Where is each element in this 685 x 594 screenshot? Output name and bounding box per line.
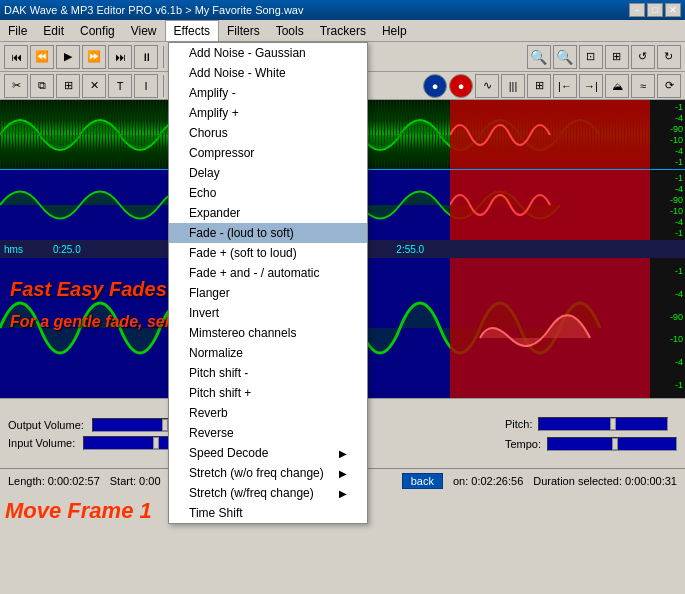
window-controls: − □ ✕	[629, 3, 681, 17]
minimize-button[interactable]: −	[629, 3, 645, 17]
text-button[interactable]: T	[108, 74, 132, 98]
zoom-in-button[interactable]: 🔍	[527, 45, 551, 69]
snap-button[interactable]: →|	[579, 74, 603, 98]
start-status: Start: 0:00	[110, 475, 161, 487]
effect-time-shift[interactable]: Time Shift	[169, 503, 367, 523]
fast-forward-button[interactable]: ⏩	[82, 45, 106, 69]
effect-fade-plus[interactable]: Fade + (soft to loud)	[169, 243, 367, 263]
effect-compressor[interactable]: Compressor	[169, 143, 367, 163]
skip-end-button[interactable]: ⏭	[108, 45, 132, 69]
tempo-slider[interactable]	[547, 437, 677, 451]
undo-button[interactable]: ↺	[631, 45, 655, 69]
pitch-control: Pitch:	[505, 417, 677, 431]
effect-normalize[interactable]: Normalize	[169, 343, 367, 363]
tempo-control: Tempo:	[505, 437, 677, 451]
effect-pitch-plus[interactable]: Pitch shift +	[169, 383, 367, 403]
channel-l-button[interactable]: ●	[423, 74, 447, 98]
window-title: DAK Wave & MP3 Editor PRO v6.1b > My Fav…	[4, 4, 303, 16]
paste-button[interactable]: ⊞	[56, 74, 80, 98]
second-waveform-selected	[450, 258, 650, 398]
pause-button[interactable]: ⏸	[134, 45, 158, 69]
tempo-thumb	[612, 438, 618, 450]
duration-status: Duration selected: 0:00:00:31	[533, 475, 677, 487]
effect-expander[interactable]: Expander	[169, 203, 367, 223]
input-volume-label: Input Volume:	[8, 437, 75, 449]
zoom-out-button[interactable]: 🔍	[553, 45, 577, 69]
waveform-selected-top	[450, 100, 650, 169]
pitch-tempo-controls: Pitch: Tempo:	[505, 417, 677, 451]
effect-amplify-minus[interactable]: Amplify -	[169, 83, 367, 103]
menu-view[interactable]: View	[123, 20, 165, 41]
move-frame-text: Move Frame 1	[5, 498, 152, 524]
timeline-hms: hms	[4, 244, 23, 255]
menu-config[interactable]: Config	[72, 20, 123, 41]
copy-button[interactable]: ⧉	[30, 74, 54, 98]
tempo-label: Tempo:	[505, 438, 541, 450]
effect-chorus[interactable]: Chorus	[169, 123, 367, 143]
effect-reverb[interactable]: Reverb	[169, 403, 367, 423]
menu-tools[interactable]: Tools	[268, 20, 312, 41]
effect-reverse[interactable]: Reverse	[169, 423, 367, 443]
toolbar-sep1	[163, 46, 164, 68]
pitch-label: Pitch:	[505, 418, 533, 430]
pitch-slider[interactable]	[538, 417, 668, 431]
menu-effects[interactable]: Effects	[165, 20, 219, 41]
effect-mimstereo[interactable]: Mimstereo channels	[169, 323, 367, 343]
input-volume-thumb	[153, 437, 159, 449]
effect-fade-minus[interactable]: Fade - (loud to soft)	[169, 223, 367, 243]
cut-button[interactable]: ✂	[4, 74, 28, 98]
toolbar2-sep	[163, 75, 164, 97]
db-scale-second: -1-4-90-10-4-1	[650, 258, 685, 398]
maximize-button[interactable]: □	[647, 3, 663, 17]
back-button[interactable]: back	[402, 473, 443, 489]
waveform-selected-bottom	[450, 170, 650, 240]
effect-fade-auto[interactable]: Fade + and - / automatic	[169, 263, 367, 283]
effect-echo[interactable]: Echo	[169, 183, 367, 203]
output-volume-label: Output Volume:	[8, 419, 84, 431]
position-status: on: 0:02:26:56	[453, 475, 523, 487]
menu-trackers[interactable]: Trackers	[312, 20, 374, 41]
delete-button[interactable]: ✕	[82, 74, 106, 98]
info-button[interactable]: I	[134, 74, 158, 98]
effect-delay[interactable]: Delay	[169, 163, 367, 183]
effects-dropdown: Add Noise - Gaussian Add Noise - White A…	[168, 42, 368, 524]
effect-invert[interactable]: Invert	[169, 303, 367, 323]
menu-help[interactable]: Help	[374, 20, 415, 41]
effect-flanger[interactable]: Flanger	[169, 283, 367, 303]
skip-start-button[interactable]: ⏮	[4, 45, 28, 69]
menu-edit[interactable]: Edit	[35, 20, 72, 41]
effect-speed-decode[interactable]: Speed Decode▶	[169, 443, 367, 463]
timeline-mark4: 2:55.0	[396, 244, 424, 255]
effect-add-noise-gaussian[interactable]: Add Noise - Gaussian	[169, 43, 367, 63]
length-status: Length: 0:00:02:57	[8, 475, 100, 487]
channel-r-button[interactable]: ●	[449, 74, 473, 98]
waveform-view-button[interactable]: ∿	[475, 74, 499, 98]
grid-button[interactable]: ⊞	[527, 74, 551, 98]
effect-stretch-freq[interactable]: Stretch (w/freq change)▶	[169, 483, 367, 503]
timeline-mark1: 0:25.0	[53, 244, 81, 255]
marker-button[interactable]: |←	[553, 74, 577, 98]
menu-filters[interactable]: Filters	[219, 20, 268, 41]
effect-pitch-minus[interactable]: Pitch shift -	[169, 363, 367, 383]
spectrum-button[interactable]: |||	[501, 74, 525, 98]
db-scale-top: -1-4-90-10-4-1	[650, 100, 685, 169]
db-scale-bottom: -1-4-90-10-4-1	[650, 170, 685, 240]
play-button[interactable]: ▶	[56, 45, 80, 69]
menu-bar: File Edit Config View Effects Filters To…	[0, 20, 685, 42]
rms-button[interactable]: ≈	[631, 74, 655, 98]
output-volume-thumb	[162, 419, 168, 431]
menu-file[interactable]: File	[0, 20, 35, 41]
zoom-full-button[interactable]: ⊞	[605, 45, 629, 69]
zoom-fit-button[interactable]: ⊡	[579, 45, 603, 69]
redo-button[interactable]: ↻	[657, 45, 681, 69]
title-bar: DAK Wave & MP3 Editor PRO v6.1b > My Fav…	[0, 0, 685, 20]
rewind-button[interactable]: ⏪	[30, 45, 54, 69]
loop-button[interactable]: ⟳	[657, 74, 681, 98]
effect-stretch-no-freq[interactable]: Stretch (w/o freq change)▶	[169, 463, 367, 483]
effect-amplify-plus[interactable]: Amplify +	[169, 103, 367, 123]
effect-add-noise-white[interactable]: Add Noise - White	[169, 63, 367, 83]
close-button[interactable]: ✕	[665, 3, 681, 17]
pitch-thumb	[610, 418, 616, 430]
peak-button[interactable]: ⛰	[605, 74, 629, 98]
